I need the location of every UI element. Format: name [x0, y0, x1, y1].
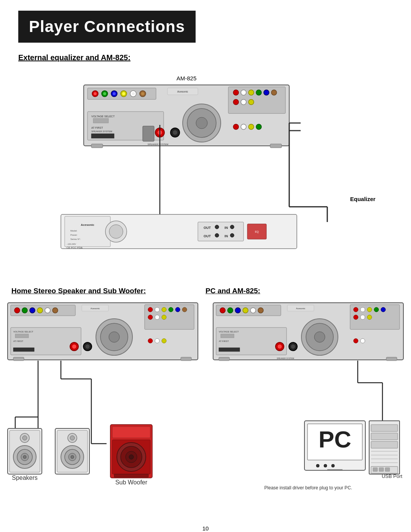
page-title: Player Connections [29, 18, 185, 36]
svg-rect-137 [112, 427, 150, 438]
svg-point-95 [109, 332, 119, 342]
svg-rect-44 [270, 144, 282, 148]
svg-point-81 [45, 308, 50, 313]
svg-text:Series N°:: Series N°: [70, 238, 81, 240]
svg-rect-98 [15, 334, 29, 338]
equalizer-label: Equalizer [350, 196, 376, 202]
bottom-right-title: PC and AM-825: [206, 287, 260, 295]
equalizer-unit: Acesonic Model: Power: Series N°: ~100-2… [61, 214, 297, 249]
svg-point-111 [162, 339, 166, 343]
svg-point-123 [22, 436, 27, 440]
svg-point-21 [256, 90, 261, 95]
svg-rect-193 [371, 433, 398, 440]
bottom-left-title: Home Stereo Speaker and Sub Woofer: [11, 287, 146, 295]
svg-point-178 [360, 339, 365, 343]
bottom-right-section: PC and AM-825: [206, 283, 411, 518]
svg-rect-166 [221, 334, 234, 338]
svg-text:IN: IN [225, 226, 228, 230]
svg-point-159 [374, 307, 379, 312]
svg-point-85 [155, 307, 159, 312]
svg-point-67 [215, 225, 219, 229]
svg-point-17 [249, 90, 254, 95]
svg-point-170 [278, 345, 282, 349]
page-wrapper: Player Connections External equalizer an… [0, 0, 411, 532]
svg-text:Acesonic: Acesonic [296, 307, 305, 310]
svg-rect-106 [181, 357, 191, 361]
top-diagram: AM-825 [0, 62, 411, 275]
svg-point-190 [331, 464, 335, 467]
svg-point-177 [354, 339, 358, 343]
svg-point-68 [230, 225, 234, 229]
svg-text:SPEAKER SYSTEM: SPEAKER SYSTEM [148, 143, 169, 145]
svg-point-13 [141, 92, 144, 95]
svg-point-15 [233, 90, 239, 95]
svg-rect-43 [91, 144, 103, 148]
svg-point-39 [233, 124, 239, 129]
svg-text:Acesonic: Acesonic [81, 223, 94, 227]
svg-point-91 [175, 307, 180, 312]
svg-point-69 [215, 233, 219, 237]
pc-note: Please install driver before plug to you… [264, 485, 352, 490]
svg-point-5 [103, 92, 106, 95]
svg-text:Acesonic: Acesonic [91, 307, 100, 310]
svg-text:EQ: EQ [255, 230, 259, 233]
svg-point-150 [250, 308, 256, 313]
svg-point-42 [256, 124, 261, 129]
svg-point-78 [22, 308, 27, 313]
svg-point-79 [30, 308, 35, 313]
speakers-label: Speakers [12, 474, 38, 481]
svg-point-40 [241, 124, 246, 129]
svg-point-74 [109, 225, 123, 238]
svg-point-89 [162, 315, 166, 320]
svg-text:VOLTAGE SELECT: VOLTAGE SELECT [219, 331, 239, 333]
svg-point-84 [148, 307, 153, 312]
svg-point-7 [113, 92, 116, 95]
svg-point-16 [241, 90, 246, 95]
svg-point-20 [249, 99, 254, 105]
svg-text:CE FCC FDA: CE FCC FDA [67, 246, 83, 249]
bottom-left-section: Home Stereo Speaker and Sub Woofer: [0, 283, 206, 518]
svg-point-92 [182, 307, 187, 312]
speaker-left [8, 428, 42, 474]
svg-rect-29 [93, 118, 108, 123]
svg-point-157 [360, 315, 365, 320]
svg-text:AT FIRST: AT FIRST [91, 126, 103, 129]
svg-point-156 [354, 315, 358, 320]
svg-point-146 [220, 308, 225, 313]
svg-text:Power:: Power: [70, 234, 78, 236]
svg-point-87 [148, 315, 153, 320]
svg-point-151 [258, 308, 263, 313]
bottom-section: Home Stereo Speaker and Sub Woofer: [0, 283, 411, 518]
svg-point-88 [155, 315, 159, 320]
svg-text:SPEAKER SYSTEM: SPEAKER SYSTEM [277, 357, 294, 359]
svg-point-189 [324, 464, 327, 467]
svg-rect-194 [371, 441, 398, 448]
svg-text:OUT: OUT [204, 234, 211, 238]
svg-text:Model:: Model: [70, 230, 77, 232]
svg-point-110 [155, 339, 159, 343]
svg-rect-105 [13, 357, 24, 361]
svg-rect-173 [219, 357, 229, 361]
svg-rect-143 [114, 474, 148, 477]
svg-point-19 [241, 99, 246, 105]
svg-point-155 [367, 307, 372, 312]
svg-point-86 [162, 307, 166, 312]
page-header: Player Connections [18, 11, 196, 43]
svg-point-188 [316, 464, 319, 467]
svg-rect-168 [219, 348, 240, 351]
svg-text:PC: PC [319, 426, 351, 452]
svg-rect-203 [379, 468, 384, 471]
svg-point-127 [23, 455, 26, 459]
svg-point-158 [367, 315, 372, 320]
speaker-right [55, 428, 89, 474]
svg-text:VOLTAGE SELECT: VOLTAGE SELECT [13, 331, 33, 333]
top-section-title: External equalizer and AM-825: [18, 53, 411, 62]
svg-point-41 [249, 124, 254, 129]
svg-text:VOLTAGE SELECT: VOLTAGE SELECT [91, 115, 115, 118]
receiver-top: VOLTAGE SELECT AT FIRST SPEAKER SYSTEM S… [84, 85, 301, 148]
svg-point-90 [169, 307, 173, 312]
svg-rect-76 [11, 305, 75, 316]
svg-point-147 [228, 308, 233, 313]
svg-point-160 [381, 307, 386, 312]
svg-rect-204 [385, 468, 390, 471]
